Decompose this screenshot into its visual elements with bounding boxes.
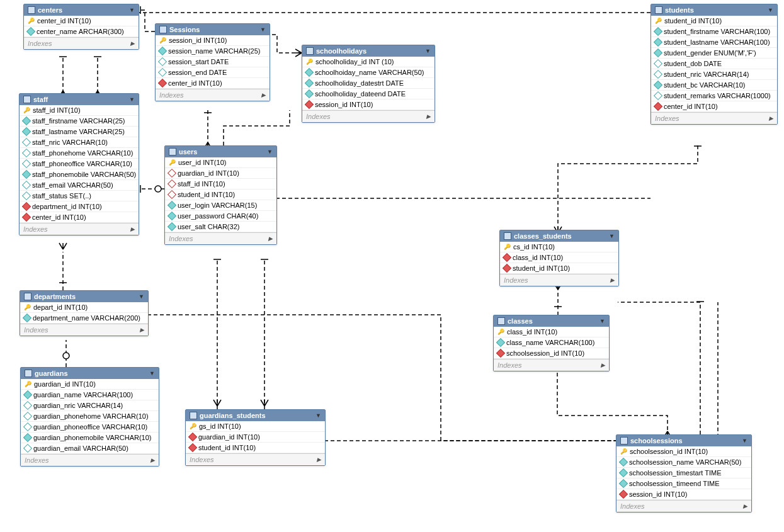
table-header[interactable]: classes_students▼ xyxy=(500,230,618,242)
column-row[interactable]: 🔑staff_id INT(10) xyxy=(20,105,139,116)
column-row[interactable]: class_name VARCHAR(100) xyxy=(494,337,609,348)
column-row[interactable]: guardian_name VARCHAR(100) xyxy=(21,390,159,400)
indexes-section[interactable]: Indexes▶ xyxy=(20,324,148,336)
table-classes[interactable]: classes▼🔑class_id INT(10)class_name VARC… xyxy=(493,315,610,371)
column-row[interactable]: 🔑depart_id INT(10) xyxy=(20,302,148,313)
indexes-section[interactable]: Indexes▶ xyxy=(616,500,751,512)
collapse-arrow-icon[interactable]: ▼ xyxy=(768,7,773,13)
column-row[interactable]: 🔑schoolholiday_id INT (10) xyxy=(302,57,435,67)
indexes-section[interactable]: Indexes▶ xyxy=(24,37,139,49)
column-row[interactable]: schoolsession_id INT(10) xyxy=(494,348,609,359)
table-classes_students[interactable]: classes_students▼🔑cs_id INT(10)class_id … xyxy=(499,230,619,286)
indexes-section[interactable]: Indexes▶ xyxy=(494,359,609,371)
column-row[interactable]: staff_status SET(..) xyxy=(20,191,139,201)
column-row[interactable]: 🔑student_id INT(10) xyxy=(651,16,777,26)
expand-arrow-icon[interactable]: ▶ xyxy=(140,327,144,333)
column-row[interactable]: guardian_phoneoffice VARCHAR(10) xyxy=(21,422,159,433)
collapse-arrow-icon[interactable]: ▼ xyxy=(599,318,605,324)
column-row[interactable]: center_name ARCHAR(300) xyxy=(24,26,139,37)
column-row[interactable]: 🔑schoolsession_id INT(10) xyxy=(616,446,751,457)
column-row[interactable]: schoolsession_timeend TIME xyxy=(616,478,751,489)
collapse-arrow-icon[interactable]: ▼ xyxy=(129,96,135,103)
collapse-arrow-icon[interactable]: ▼ xyxy=(609,233,615,239)
column-row[interactable]: session_start DATE xyxy=(156,57,270,67)
column-row[interactable]: center_id INT(10) xyxy=(20,212,139,223)
column-row[interactable]: user_salt CHAR(32) xyxy=(165,222,276,232)
table-header[interactable]: guardians_students▼ xyxy=(186,410,325,421)
table-header[interactable]: departments▼ xyxy=(20,291,148,302)
column-row[interactable]: session_id INT(10) xyxy=(616,489,751,500)
expand-arrow-icon[interactable]: ▶ xyxy=(426,113,431,120)
column-row[interactable]: staff_phonehome VARCHAR(10) xyxy=(20,148,139,159)
expand-arrow-icon[interactable]: ▶ xyxy=(610,277,615,283)
table-schoolholidays[interactable]: schoolholidays▼🔑schoolholiday_id INT (10… xyxy=(302,45,435,123)
table-header[interactable]: schoolsessions▼ xyxy=(616,435,751,446)
collapse-arrow-icon[interactable]: ▼ xyxy=(129,7,135,13)
indexes-section[interactable]: Indexes▶ xyxy=(165,232,276,244)
column-row[interactable]: guardian_phonemobile VARCHAR(10) xyxy=(21,433,159,443)
column-row[interactable]: 🔑user_id INT(10) xyxy=(165,157,276,168)
table-departments[interactable]: departments▼🔑depart_id INT(10)department… xyxy=(20,290,149,336)
column-row[interactable]: student_remarks VARCHAR(1000) xyxy=(651,91,777,101)
column-row[interactable]: schoolholiday_dateend DATE xyxy=(302,89,435,99)
indexes-section[interactable]: Indexes▶ xyxy=(156,89,270,101)
column-row[interactable]: staff_nric VARCHAR(10) xyxy=(20,137,139,148)
column-row[interactable]: class_id INT(10) xyxy=(500,252,618,263)
table-header[interactable]: centers▼ xyxy=(24,4,139,16)
column-row[interactable]: user_password CHAR(40) xyxy=(165,211,276,222)
indexes-section[interactable]: Indexes▶ xyxy=(20,223,139,235)
column-row[interactable]: department_name VARCHAR(200) xyxy=(20,313,148,324)
column-row[interactable]: student_id INT(10) xyxy=(186,443,325,453)
column-row[interactable]: session_end DATE xyxy=(156,67,270,78)
table-users[interactable]: users▼🔑user_id INT(10)guardian_id INT(10… xyxy=(164,145,277,245)
column-row[interactable]: 🔑cs_id INT(10) xyxy=(500,242,618,252)
table-sessions[interactable]: Sessions▼🔑session_id INT(10)session_name… xyxy=(155,23,270,101)
column-row[interactable]: 🔑guardian_id INT(10) xyxy=(21,379,159,390)
column-row[interactable]: student_dob DATE xyxy=(651,59,777,69)
column-row[interactable]: student_firstname VARCHAR(100) xyxy=(651,26,777,37)
column-row[interactable]: schoolholiday_datestrt DATE xyxy=(302,78,435,89)
collapse-arrow-icon[interactable]: ▼ xyxy=(260,26,266,33)
column-row[interactable]: student_lastname VARCHAR(100) xyxy=(651,37,777,48)
column-row[interactable]: staff_phoneoffice VARCHAR(10) xyxy=(20,159,139,169)
column-row[interactable]: 🔑class_id INT(10) xyxy=(494,327,609,337)
indexes-section[interactable]: Indexes▶ xyxy=(21,454,159,466)
indexes-section[interactable]: Indexes▶ xyxy=(186,453,325,465)
table-guardians[interactable]: guardians▼🔑guardian_id INT(10)guardian_n… xyxy=(20,367,159,467)
column-row[interactable]: guardian_nric VARCHAR(14) xyxy=(21,400,159,411)
expand-arrow-icon[interactable]: ▶ xyxy=(317,456,321,463)
table-header[interactable]: users▼ xyxy=(165,146,276,157)
collapse-arrow-icon[interactable]: ▼ xyxy=(425,48,431,54)
collapse-arrow-icon[interactable]: ▼ xyxy=(267,149,273,155)
table-students[interactable]: students▼🔑student_id INT(10)student_firs… xyxy=(650,4,778,125)
column-row[interactable]: guardian_id INT(10) xyxy=(165,168,276,179)
column-row[interactable]: student_id INT(10) xyxy=(165,190,276,200)
column-row[interactable]: department_id INT(10) xyxy=(20,201,139,212)
column-row[interactable]: student_bc VARCHAR(10) xyxy=(651,80,777,91)
column-row[interactable]: staff_email VARCHAR(50) xyxy=(20,180,139,191)
column-row[interactable]: center_id INT(10) xyxy=(651,101,777,112)
column-row[interactable]: guardian_phonehome VARCHAR(10) xyxy=(21,411,159,422)
column-row[interactable]: center_id INT(10) xyxy=(156,78,270,89)
collapse-arrow-icon[interactable]: ▼ xyxy=(139,293,144,300)
column-row[interactable]: staff_lastname VARCHAR(25) xyxy=(20,127,139,137)
column-row[interactable]: guardian_id INT(10) xyxy=(186,432,325,443)
column-row[interactable]: session_name VARCHAR(25) xyxy=(156,46,270,57)
table-header[interactable]: staff▼ xyxy=(20,94,139,105)
table-header[interactable]: guardians▼ xyxy=(21,368,159,379)
column-row[interactable]: staff_id INT(10) xyxy=(165,179,276,190)
expand-arrow-icon[interactable]: ▶ xyxy=(601,362,605,368)
column-row[interactable]: guardian_email VARCHAR(50) xyxy=(21,443,159,454)
indexes-section[interactable]: Indexes▶ xyxy=(500,274,618,286)
table-staff[interactable]: staff▼🔑staff_id INT(10)staff_firstname V… xyxy=(19,93,139,235)
expand-arrow-icon[interactable]: ▶ xyxy=(130,226,135,232)
column-row[interactable]: 🔑center_id INT(10) xyxy=(24,16,139,26)
expand-arrow-icon[interactable]: ▶ xyxy=(261,92,266,98)
table-header[interactable]: students▼ xyxy=(651,4,777,16)
expand-arrow-icon[interactable]: ▶ xyxy=(268,235,273,242)
collapse-arrow-icon[interactable]: ▼ xyxy=(149,370,155,376)
table-schoolsessions[interactable]: schoolsessions▼🔑schoolsession_id INT(10)… xyxy=(616,434,752,512)
column-row[interactable]: session_id INT(10) xyxy=(302,99,435,110)
column-row[interactable]: schoolsession_timestart TIME xyxy=(616,468,751,478)
expand-arrow-icon[interactable]: ▶ xyxy=(130,40,135,47)
